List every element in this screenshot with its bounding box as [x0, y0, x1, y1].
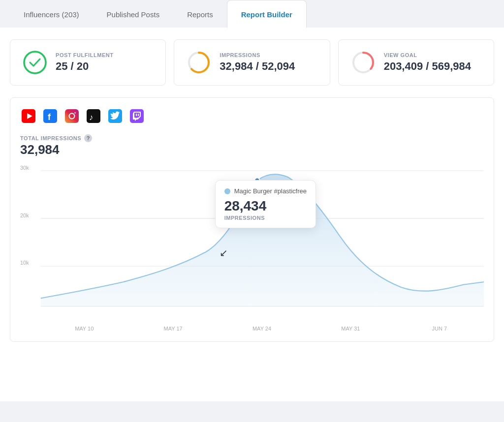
- social-icons-row: f: [20, 108, 484, 124]
- svg-point-12: [74, 112, 75, 113]
- kpi-label-view-goal: VIEW GOAL: [384, 52, 471, 58]
- kpi-card-view-goal: VIEW GOAL 203,409 / 569,984: [338, 39, 494, 86]
- kpi-card-impressions: IMPRESSIONS 32,984 / 52,094: [174, 39, 330, 86]
- chart-label: TOTAL IMPRESSIONS ?: [20, 134, 484, 142]
- help-icon[interactable]: ?: [84, 134, 92, 142]
- tooltip-series-name: Magic Burger #plasticfree: [234, 187, 307, 195]
- x-label-0: MAY 10: [40, 326, 128, 332]
- chart-tooltip: Magic Burger #plasticfree 28,434 IMPRESS…: [215, 180, 316, 228]
- twitter-icon[interactable]: [107, 108, 124, 124]
- kpi-card-post-fulfillment: POST FULFILLMENT 25 / 20: [10, 39, 166, 86]
- svg-text:f: f: [48, 112, 51, 122]
- tiktok-icon[interactable]: ♪: [85, 108, 102, 124]
- chart-header: TOTAL IMPRESSIONS ? 32,984: [20, 134, 484, 157]
- tabs-bar: Influencers (203) Published Posts Report…: [0, 0, 504, 28]
- tab-influencers[interactable]: Influencers (203): [10, 0, 93, 28]
- tooltip-metric: IMPRESSIONS: [224, 215, 307, 221]
- kpi-value-view-goal: 203,409 / 569,984: [384, 60, 471, 73]
- svg-rect-10: [65, 109, 79, 123]
- impressions-icon: [186, 50, 212, 75]
- tab-published-posts[interactable]: Published Posts: [93, 0, 174, 28]
- x-label-2: MAY 24: [218, 326, 306, 332]
- kpi-text-impressions: IMPRESSIONS 32,984 / 52,094: [220, 52, 295, 73]
- youtube-icon[interactable]: [20, 108, 37, 124]
- x-label-1: MAY 17: [128, 326, 217, 332]
- chart-total: 32,984: [20, 142, 484, 157]
- kpi-label-post-fulfillment: POST FULFILLMENT: [56, 52, 114, 58]
- kpi-text-post-fulfillment: POST FULFILLMENT 25 / 20: [56, 52, 114, 73]
- chart-area: TOTAL IMPRESSIONS ? 32,984 10k 20k 30k: [20, 134, 484, 332]
- x-label-4: JUN 7: [395, 326, 484, 332]
- twitch-icon[interactable]: [128, 108, 145, 124]
- tab-reports[interactable]: Reports: [173, 0, 227, 28]
- main-content: POST FULFILLMENT 25 / 20 IMPRESSIONS 32,…: [0, 28, 504, 401]
- svg-rect-17: [136, 114, 137, 116]
- kpi-value-impressions: 32,984 / 52,094: [220, 60, 295, 73]
- chart-wrapper: 10k 20k 30k: [20, 165, 484, 323]
- tooltip-series: Magic Burger #plasticfree: [224, 187, 307, 195]
- facebook-icon[interactable]: f: [42, 108, 59, 124]
- kpi-text-view-goal: VIEW GOAL 203,409 / 569,984: [384, 52, 471, 73]
- x-axis-labels: MAY 10 MAY 17 MAY 24 MAY 31 JUN 7: [20, 323, 484, 332]
- tooltip-dot: [224, 188, 230, 194]
- chart-label-text: TOTAL IMPRESSIONS: [20, 135, 81, 141]
- kpi-label-impressions: IMPRESSIONS: [220, 52, 295, 58]
- kpi-value-post-fulfillment: 25 / 20: [56, 60, 114, 73]
- tab-report-builder[interactable]: Report Builder: [227, 0, 307, 28]
- x-label-3: MAY 31: [306, 326, 395, 332]
- svg-rect-18: [138, 114, 139, 116]
- view-goal-icon: [350, 50, 376, 75]
- post-fulfillment-icon: [22, 50, 48, 75]
- instagram-icon[interactable]: [63, 108, 80, 124]
- kpi-row: POST FULFILLMENT 25 / 20 IMPRESSIONS 32,…: [10, 39, 494, 86]
- svg-point-1: [24, 52, 46, 73]
- svg-text:♪: ♪: [89, 113, 94, 122]
- chart-card: f: [10, 97, 494, 342]
- tooltip-value: 28,434: [224, 199, 307, 214]
